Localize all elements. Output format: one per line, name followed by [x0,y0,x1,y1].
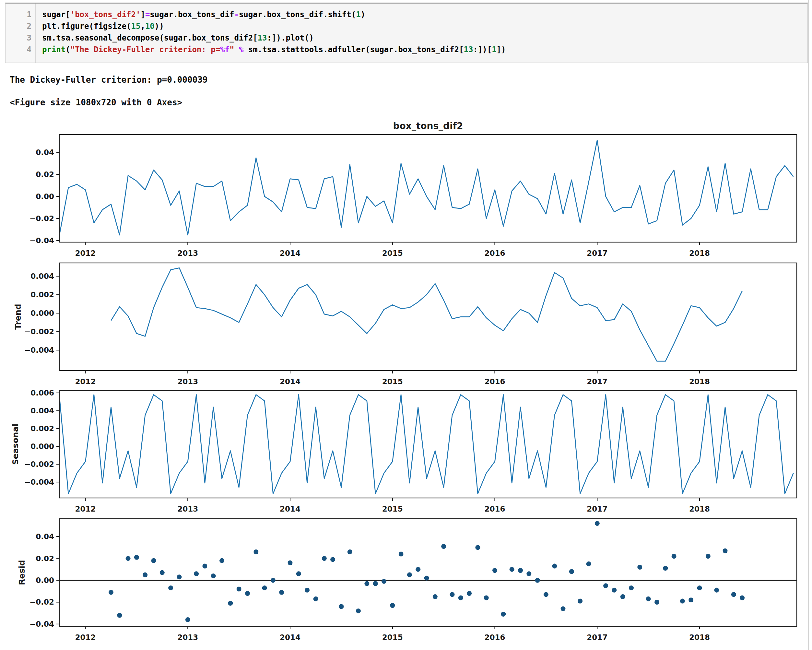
resid-point [527,571,531,576]
resid-point [288,560,293,565]
resid-ytick-label: −0.02 [29,598,54,606]
seasonal-xtick-label: 2012 [75,505,96,513]
code-line: plt.figure(figsize(15,10)) [42,20,506,32]
resid-point [723,548,728,553]
line-number-gutter: 1234 [6,3,36,63]
trend-ytick-label: 0.004 [31,272,54,281]
seasonal-xtick-label: 2015 [382,505,403,513]
resid-point [561,606,566,611]
resid-point [253,549,258,554]
resid-point [339,604,343,609]
figure-title: box_tons_dif2 [393,121,463,131]
code-line-number: 2 [6,20,31,32]
resid-point [151,558,156,563]
code-cell[interactable]: 1234 sugar['box_tons_dif2']=sugar.box_to… [5,3,808,63]
resid-point [271,578,276,583]
resid-point [373,581,378,586]
code-editor[interactable]: sugar['box_tons_dif2']=sugar.box_tons_di… [36,3,506,63]
seasonal-xtick-label: 2018 [689,505,710,513]
trend-xtick-label: 2016 [484,377,505,386]
resid-point [518,568,523,573]
observed-axes-border [60,134,797,242]
resid-point [296,571,301,576]
code-line-number: 3 [6,32,31,44]
resid-point [364,581,369,586]
trend-line [111,268,742,361]
seasonal-ytick-label: 0.006 [31,389,54,397]
resid-point [655,600,659,604]
resid-point [202,564,207,569]
resid-point [160,570,165,575]
resid-ytick-label: 0.04 [36,533,54,541]
resid-point [211,574,216,578]
trend-xtick-label: 2015 [382,377,403,386]
resid-point [390,603,395,608]
seasonal-ytick-label: 0.000 [31,442,54,451]
resid-point [697,586,702,590]
resid-point [424,576,429,581]
resid-point [552,564,557,569]
observed-xtick-label: 2013 [177,249,198,258]
trend-xtick-label: 2017 [587,377,607,386]
observed-ytick-label: −0.02 [29,214,54,223]
resid-xtick-label: 2013 [177,633,198,642]
resid-point [348,549,353,554]
resid-point [177,574,182,579]
trend-ytick-label: −0.004 [24,346,54,354]
panel-trend: 20122013201420152016201720180.0040.0020.… [13,263,797,386]
seasonal-ytick-label: −0.002 [24,460,54,468]
resid-point [731,592,736,597]
trend-xtick-label: 2013 [177,377,198,386]
observed-ytick-label: 0.00 [36,192,54,201]
seasonal-ytick-label: 0.004 [31,407,54,415]
stdout-figure-size: <Figure size 1080x720 with 0 Axes> [10,98,182,107]
resid-point [322,556,327,561]
resid-xtick-label: 2014 [280,633,301,642]
panel-seasonal: 20122013201420152016201720180.0060.0040.… [11,389,797,513]
trend-xtick-label: 2012 [75,377,96,386]
resid-xtick-label: 2016 [484,633,505,642]
resid-point [501,612,506,616]
seasonal-xtick-label: 2014 [280,505,301,513]
resid-point [407,572,412,577]
trend-xtick-label: 2018 [689,377,710,386]
resid-point [672,554,676,558]
resid-point [484,595,489,600]
resid-point [646,597,651,601]
resid-point [637,565,642,570]
code-line-number: 1 [6,9,31,20]
resid-point [543,592,548,597]
resid-point [458,595,463,600]
observed-xtick-label: 2012 [75,249,96,258]
resid-point [433,594,438,599]
resid-point [108,590,113,595]
trend-ytick-label: −0.002 [24,327,54,336]
observed-ytick-label: −0.04 [29,237,54,245]
resid-point [578,599,583,604]
resid-xtick-label: 2015 [382,633,403,642]
observed-xtick-label: 2015 [382,249,403,258]
resid-point [194,571,199,576]
stdout-dickey-fuller: The Dickey-Fuller criterion: p=0.000039 [10,75,208,85]
resid-point [168,586,173,590]
resid-point [305,588,310,593]
code-line: print("The Dickey-Fuller criterion: p=%f… [42,44,506,55]
resid-point [245,591,250,596]
resid-xtick-label: 2012 [75,633,96,642]
observed-xtick-label: 2014 [280,249,301,258]
resid-axis-label: Resid [17,560,27,585]
resid-xtick-label: 2018 [689,633,710,642]
code-line: sugar['box_tons_dif2']=sugar.box_tons_di… [42,9,506,20]
seasonal-line [60,395,794,493]
resid-ytick-label: 0.02 [36,554,54,563]
observed-ytick-label: 0.02 [36,170,54,179]
resid-point [237,586,241,591]
resid-point [126,556,131,561]
panel-observed: 20122013201420152016201720180.040.020.00… [29,121,797,258]
code-line-number: 4 [6,44,31,55]
seasonal-ytick-label: 0.002 [31,424,54,433]
resid-point [262,586,267,590]
observed-xtick-label: 2017 [587,249,607,258]
trend-ytick-label: 0.002 [31,290,54,299]
resid-point [382,579,386,584]
